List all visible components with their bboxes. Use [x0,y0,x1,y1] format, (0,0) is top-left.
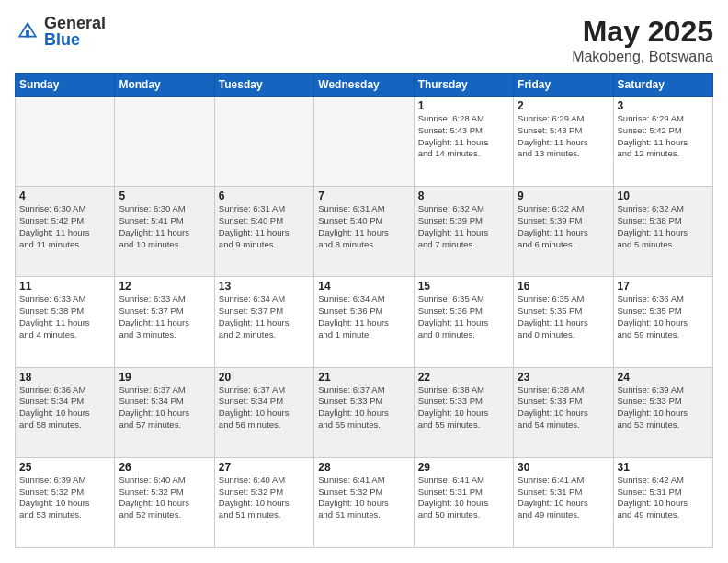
day-info: Sunrise: 6:31 AM Sunset: 5:40 PM Dayligh… [219,203,310,250]
logo-general-text: General [44,15,106,31]
day-info: Sunrise: 6:41 AM Sunset: 5:31 PM Dayligh… [418,475,509,522]
day-info: Sunrise: 6:38 AM Sunset: 5:33 PM Dayligh… [518,385,609,431]
day-info: Sunrise: 6:39 AM Sunset: 5:33 PM Dayligh… [618,385,709,431]
calendar-cell: 16Sunrise: 6:35 AM Sunset: 5:35 PM Dayli… [514,277,613,367]
day-info: Sunrise: 6:35 AM Sunset: 5:36 PM Dayligh… [418,293,509,340]
calendar-cell: 22Sunrise: 6:38 AM Sunset: 5:33 PM Dayli… [414,367,513,457]
title-block: May 2025 Makobeng, Botswana [572,15,713,65]
weekday-header-wednesday: Wednesday [314,74,414,97]
day-number: 31 [618,461,709,474]
calendar-week-2: 4Sunrise: 6:30 AM Sunset: 5:42 PM Daylig… [16,187,713,277]
day-number: 23 [518,371,609,384]
calendar-cell: 3Sunrise: 6:29 AM Sunset: 5:42 PM Daylig… [613,97,712,187]
day-info: Sunrise: 6:28 AM Sunset: 5:43 PM Dayligh… [418,113,509,160]
calendar-cell: 11Sunrise: 6:33 AM Sunset: 5:38 PM Dayli… [16,277,115,367]
day-info: Sunrise: 6:39 AM Sunset: 5:32 PM Dayligh… [19,475,110,522]
day-number: 11 [19,280,110,293]
weekday-header-row: SundayMondayTuesdayWednesdayThursdayFrid… [16,74,713,97]
day-number: 25 [19,461,110,474]
calendar-cell [214,97,313,187]
day-number: 7 [318,190,409,202]
day-info: Sunrise: 6:29 AM Sunset: 5:42 PM Dayligh… [618,113,709,160]
calendar-cell: 29Sunrise: 6:41 AM Sunset: 5:31 PM Dayli… [414,457,513,547]
calendar-cell: 20Sunrise: 6:37 AM Sunset: 5:34 PM Dayli… [214,367,313,457]
logo-text: General Blue [44,15,106,48]
day-info: Sunrise: 6:33 AM Sunset: 5:38 PM Dayligh… [19,293,110,340]
day-info: Sunrise: 6:41 AM Sunset: 5:31 PM Dayligh… [518,475,609,522]
day-number: 10 [618,190,709,202]
calendar-cell: 24Sunrise: 6:39 AM Sunset: 5:33 PM Dayli… [613,367,712,457]
calendar-table: SundayMondayTuesdayWednesdayThursdayFrid… [15,73,713,548]
calendar-cell: 1Sunrise: 6:28 AM Sunset: 5:43 PM Daylig… [414,97,513,187]
day-number: 18 [19,371,110,384]
weekday-header-monday: Monday [115,74,214,97]
day-info: Sunrise: 6:37 AM Sunset: 5:34 PM Dayligh… [219,385,310,431]
day-info: Sunrise: 6:36 AM Sunset: 5:35 PM Dayligh… [618,293,709,340]
calendar-week-1: 1Sunrise: 6:28 AM Sunset: 5:43 PM Daylig… [16,97,713,187]
calendar-cell: 26Sunrise: 6:40 AM Sunset: 5:32 PM Dayli… [115,457,214,547]
day-info: Sunrise: 6:32 AM Sunset: 5:38 PM Dayligh… [618,203,709,250]
logo-icon [15,18,40,44]
day-number: 15 [418,280,509,293]
day-number: 13 [219,280,310,293]
day-info: Sunrise: 6:40 AM Sunset: 5:32 PM Dayligh… [119,475,210,522]
day-number: 5 [119,190,210,202]
day-number: 3 [618,99,709,112]
day-number: 24 [618,371,709,384]
day-info: Sunrise: 6:32 AM Sunset: 5:39 PM Dayligh… [518,203,609,250]
day-number: 30 [518,461,609,474]
calendar-cell: 13Sunrise: 6:34 AM Sunset: 5:37 PM Dayli… [214,277,313,367]
day-number: 22 [418,371,509,384]
day-number: 27 [219,461,310,474]
day-info: Sunrise: 6:30 AM Sunset: 5:42 PM Dayligh… [19,203,110,250]
calendar-cell: 25Sunrise: 6:39 AM Sunset: 5:32 PM Dayli… [16,457,115,547]
calendar-cell: 18Sunrise: 6:36 AM Sunset: 5:34 PM Dayli… [16,367,115,457]
day-info: Sunrise: 6:42 AM Sunset: 5:31 PM Dayligh… [618,475,709,522]
calendar-cell: 10Sunrise: 6:32 AM Sunset: 5:38 PM Dayli… [613,187,712,277]
calendar-cell: 7Sunrise: 6:31 AM Sunset: 5:40 PM Daylig… [314,187,414,277]
day-number: 12 [119,280,210,293]
calendar-week-5: 25Sunrise: 6:39 AM Sunset: 5:32 PM Dayli… [16,457,713,547]
day-number: 14 [318,280,409,293]
calendar-cell: 28Sunrise: 6:41 AM Sunset: 5:32 PM Dayli… [314,457,414,547]
calendar-cell: 17Sunrise: 6:36 AM Sunset: 5:35 PM Dayli… [613,277,712,367]
weekday-header-tuesday: Tuesday [214,74,313,97]
day-number: 26 [119,461,210,474]
calendar-cell: 14Sunrise: 6:34 AM Sunset: 5:36 PM Dayli… [314,277,414,367]
calendar-cell: 15Sunrise: 6:35 AM Sunset: 5:36 PM Dayli… [414,277,513,367]
day-info: Sunrise: 6:35 AM Sunset: 5:35 PM Dayligh… [518,293,609,340]
svg-rect-2 [26,30,29,37]
subtitle: Makobeng, Botswana [572,49,713,65]
calendar-cell: 19Sunrise: 6:37 AM Sunset: 5:34 PM Dayli… [115,367,214,457]
header: General Blue May 2025 Makobeng, Botswana [15,15,713,65]
day-number: 9 [518,190,609,202]
day-number: 29 [418,461,509,474]
calendar-cell [16,97,115,187]
calendar-week-3: 11Sunrise: 6:33 AM Sunset: 5:38 PM Dayli… [16,277,713,367]
logo-blue-text: Blue [44,31,106,48]
page: General Blue May 2025 Makobeng, Botswana… [0,0,728,563]
weekday-header-sunday: Sunday [16,74,115,97]
day-info: Sunrise: 6:31 AM Sunset: 5:40 PM Dayligh… [318,203,409,250]
calendar-cell: 4Sunrise: 6:30 AM Sunset: 5:42 PM Daylig… [16,187,115,277]
calendar-cell: 27Sunrise: 6:40 AM Sunset: 5:32 PM Dayli… [214,457,313,547]
day-number: 2 [518,99,609,112]
day-info: Sunrise: 6:40 AM Sunset: 5:32 PM Dayligh… [219,475,310,522]
day-info: Sunrise: 6:32 AM Sunset: 5:39 PM Dayligh… [418,203,509,250]
day-info: Sunrise: 6:37 AM Sunset: 5:34 PM Dayligh… [119,385,210,431]
calendar-cell: 21Sunrise: 6:37 AM Sunset: 5:33 PM Dayli… [314,367,414,457]
day-info: Sunrise: 6:29 AM Sunset: 5:43 PM Dayligh… [518,113,609,160]
day-info: Sunrise: 6:38 AM Sunset: 5:33 PM Dayligh… [418,385,509,431]
day-number: 19 [119,371,210,384]
day-info: Sunrise: 6:37 AM Sunset: 5:33 PM Dayligh… [318,385,409,431]
calendar-cell: 9Sunrise: 6:32 AM Sunset: 5:39 PM Daylig… [514,187,613,277]
calendar-cell: 30Sunrise: 6:41 AM Sunset: 5:31 PM Dayli… [514,457,613,547]
calendar-cell: 5Sunrise: 6:30 AM Sunset: 5:41 PM Daylig… [115,187,214,277]
calendar-cell: 31Sunrise: 6:42 AM Sunset: 5:31 PM Dayli… [613,457,712,547]
weekday-header-thursday: Thursday [414,74,513,97]
calendar-cell [115,97,214,187]
day-number: 21 [318,371,409,384]
day-number: 28 [318,461,409,474]
day-info: Sunrise: 6:34 AM Sunset: 5:37 PM Dayligh… [219,293,310,340]
calendar-cell: 23Sunrise: 6:38 AM Sunset: 5:33 PM Dayli… [514,367,613,457]
